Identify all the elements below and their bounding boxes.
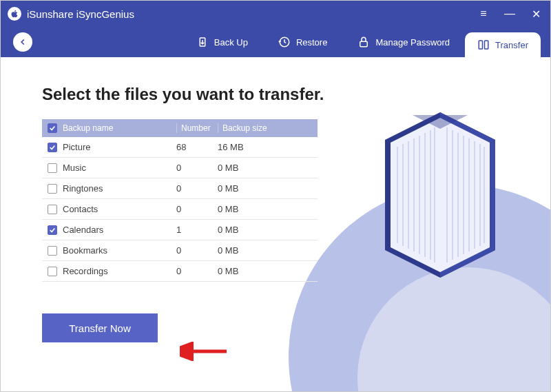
nav-transfer[interactable]: Transfer: [465, 32, 541, 57]
header-name: Backup name: [63, 123, 176, 133]
window-controls: ≡ — ✕: [477, 8, 542, 21]
table-header: Backup name Number Backup size: [42, 119, 318, 137]
nav-items: Back Up Restore Manage Password Transfer: [181, 27, 550, 57]
transfer-now-button[interactable]: Transfer Now: [42, 313, 158, 342]
row-number: 0: [176, 266, 218, 276]
app-logo-icon: [8, 7, 21, 21]
row-size: 0 MB: [218, 266, 318, 276]
restore-icon: [278, 36, 291, 48]
table-row: Ringtones00 MB: [42, 178, 318, 199]
select-all-checkbox[interactable]: [48, 123, 57, 133]
row-size: 16 MB: [218, 142, 318, 152]
row-number: 0: [176, 163, 218, 173]
row-name: Ringtones: [63, 183, 176, 194]
lock-icon: [357, 36, 370, 48]
row-number: 0: [176, 183, 218, 194]
row-name: Music: [63, 163, 176, 173]
svg-rect-3: [485, 41, 488, 49]
backup-icon: [196, 36, 209, 48]
content-area: Select the files you want to transfer. B…: [1, 57, 550, 391]
row-name: Contacts: [63, 204, 176, 214]
row-checkbox[interactable]: [48, 267, 57, 276]
nav-backup[interactable]: Back Up: [181, 27, 263, 57]
close-button[interactable]: ✕: [530, 8, 542, 21]
row-name: Bookmarks: [63, 245, 176, 256]
row-number: 68: [176, 142, 218, 152]
pointer-arrow-icon: [180, 342, 228, 361]
nav-restore[interactable]: Restore: [263, 27, 343, 57]
menu-icon[interactable]: ≡: [477, 8, 490, 20]
row-number: 1: [176, 225, 218, 235]
row-name: Recordings: [63, 266, 176, 276]
svg-marker-7: [391, 118, 440, 272]
nav-label: Manage Password: [375, 37, 450, 48]
transfer-icon: [477, 39, 490, 51]
svg-marker-16: [440, 118, 490, 272]
row-size: 0 MB: [218, 163, 318, 173]
row-name: Calendars: [63, 225, 176, 235]
file-table: Backup name Number Backup size Picture68…: [42, 119, 318, 282]
row-checkbox[interactable]: [48, 163, 57, 173]
nav-label: Back Up: [214, 37, 248, 48]
phone-illustration: [371, 92, 509, 285]
svg-rect-2: [479, 41, 482, 49]
titlebar: iSunshare iSyncGenius ≡ — ✕: [1, 1, 550, 27]
navbar: Back Up Restore Manage Password Transfer: [1, 27, 550, 57]
header-number: Number: [176, 123, 218, 133]
table-row: Picture6816 MB: [42, 137, 318, 158]
row-name: Picture: [63, 142, 176, 152]
header-size: Backup size: [218, 123, 318, 133]
table-row: Calendars10 MB: [42, 220, 318, 240]
table-row: Music00 MB: [42, 158, 318, 178]
row-checkbox[interactable]: [48, 184, 57, 194]
nav-label: Transfer: [495, 40, 528, 50]
table-row: Bookmarks00 MB: [42, 240, 318, 261]
table-row: Contacts00 MB: [42, 199, 318, 220]
row-size: 0 MB: [218, 183, 318, 194]
row-size: 0 MB: [218, 245, 318, 256]
app-title: iSunshare iSyncGenius: [27, 8, 134, 20]
row-number: 0: [176, 245, 218, 256]
table-row: Recordings00 MB: [42, 261, 318, 282]
svg-rect-1: [360, 41, 368, 47]
row-checkbox[interactable]: [48, 246, 57, 256]
back-button[interactable]: [13, 32, 32, 52]
titlebar-left: iSunshare iSyncGenius: [8, 7, 134, 21]
row-checkbox[interactable]: [48, 143, 57, 152]
nav-label: Restore: [296, 37, 328, 48]
row-number: 0: [176, 204, 218, 214]
row-size: 0 MB: [218, 204, 318, 214]
row-checkbox[interactable]: [48, 225, 57, 235]
nav-password[interactable]: Manage Password: [342, 27, 465, 57]
minimize-button[interactable]: —: [503, 8, 516, 20]
row-size: 0 MB: [218, 225, 318, 235]
row-checkbox[interactable]: [48, 205, 57, 214]
page-title: Select the files you want to transfer.: [42, 85, 550, 104]
